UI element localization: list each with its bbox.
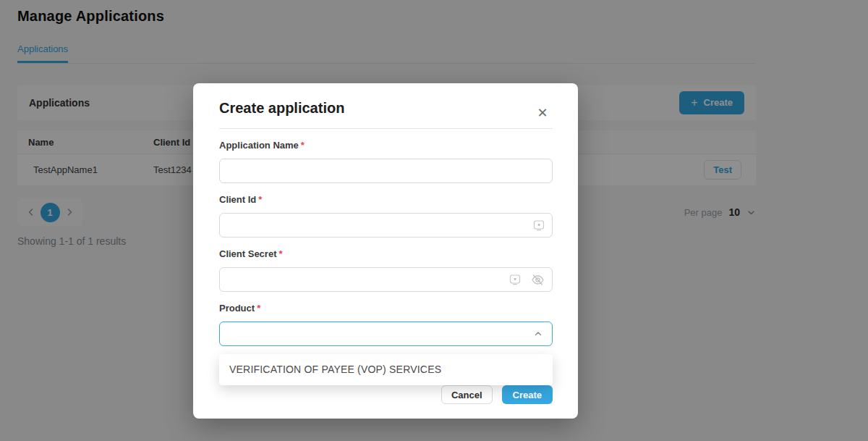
input-wrap: [219, 267, 553, 292]
product-select[interactable]: [219, 322, 553, 346]
product-dropdown-menu: VERIFICATION OF PAYEE (VOP) SERVICES: [219, 354, 553, 385]
field-label: Client Id*: [219, 194, 553, 209]
required-marker: *: [301, 140, 305, 151]
client-id-input[interactable]: [219, 213, 553, 238]
field-label: Client Secret*: [219, 248, 553, 263]
field-label: Application Name*: [219, 140, 553, 154]
field-label-text: Client Secret: [219, 248, 276, 259]
modal-footer: Cancel Create: [441, 385, 553, 404]
input-wrap: [219, 213, 553, 238]
square-dot-icon[interactable]: [533, 219, 545, 231]
close-icon[interactable]: ✕: [536, 106, 549, 119]
application-name-input[interactable]: [219, 159, 553, 183]
dropdown-option-vop-services[interactable]: VERIFICATION OF PAYEE (VOP) SERVICES: [219, 354, 553, 385]
modal-title: Create application: [219, 100, 553, 117]
cancel-button[interactable]: Cancel: [441, 385, 493, 404]
field-label-text: Application Name: [219, 140, 299, 151]
field-label: Product*: [219, 303, 553, 317]
required-marker: *: [278, 248, 282, 259]
field-client-secret: Client Secret*: [219, 248, 553, 292]
required-marker: *: [257, 303, 260, 314]
input-wrap: [219, 159, 553, 183]
field-application-name: Application Name*: [219, 140, 553, 183]
field-label-text: Client Id: [219, 194, 256, 205]
input-adornments: [509, 267, 545, 292]
chevron-up-icon: [533, 329, 543, 339]
field-client-id: Client Id*: [219, 194, 553, 238]
client-secret-input[interactable]: [219, 267, 553, 292]
modal-divider: [219, 128, 553, 129]
field-label-text: Product: [219, 303, 255, 314]
field-product: Product*: [219, 303, 553, 346]
square-dot-icon[interactable]: [509, 274, 521, 285]
create-application-modal: Create application ✕ Application Name* C…: [193, 83, 578, 419]
eye-off-icon[interactable]: [531, 273, 545, 287]
modal-create-button[interactable]: Create: [502, 385, 553, 404]
required-marker: *: [258, 194, 262, 205]
input-adornments: [533, 213, 545, 238]
